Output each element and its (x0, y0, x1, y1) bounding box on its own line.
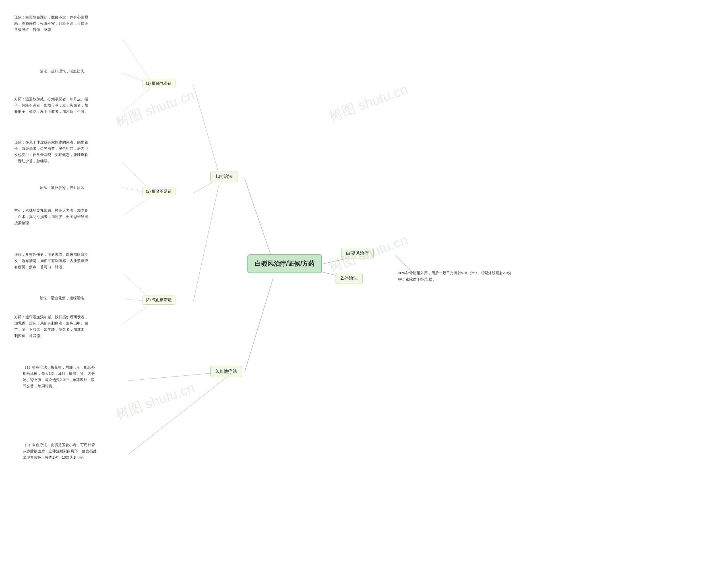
sub1-2-label: (2) 肝肾不足证 (146, 189, 172, 194)
sub1-3-label: (3) 气血瘀滞证 (146, 298, 172, 302)
svg-line-0 (244, 178, 273, 261)
t3-fang: 方药：通窍活血汤加减。跌打损伤后而发者， 加乳香、没药；局部有刺痛者，加灸山甲、… (14, 314, 88, 339)
sub-ganshenbuzu: (2) 肝肾不足证 (142, 187, 176, 196)
svg-line-3 (193, 85, 219, 174)
central-label: 白驳风治疗/证候/方药 (255, 260, 314, 267)
svg-line-11 (122, 197, 151, 216)
connection-lines (0, 0, 728, 582)
t3-zhifa: 治法：活血化瘀，通经活络。 (40, 295, 88, 301)
t3-zhenghou: 证候：多有外伤史，病史缠绵。白斑局限或泛 发，边界清楚，局部可有刺痛感；舌质紫暗… (14, 251, 88, 270)
branch-waizhi: 2.外治法 (336, 273, 363, 284)
svg-line-9 (122, 162, 151, 191)
svg-line-14 (122, 304, 151, 324)
watermark-4: 树图 shutu.cn (113, 379, 197, 424)
svg-line-12 (122, 273, 151, 299)
t1-zhifa: 治法：疏肝理气，活血祛风。 (40, 68, 88, 75)
sub1-1-label: (1) 肝郁气滞证 (146, 81, 172, 86)
sub-qixueyuzhi: (3) 气血瘀滞证 (142, 296, 176, 305)
watermark-2: 树图 shutu.cn (327, 80, 410, 126)
t-sub3-2: （2）自血疗法：皮损范围较小者，可用针管 从静脉抽血后，立即注射到白斑下，使皮损… (23, 442, 97, 461)
branch-right1: 白驳风治疗 (341, 248, 374, 259)
svg-line-7 (122, 38, 151, 81)
svg-line-5 (193, 184, 219, 301)
t2-zhenghou: 证候：多见于体虚或有家族史的患者。病史较 长，白斑局限，边界清楚，脱色明显，斑内… (14, 139, 88, 164)
right1-label: 白驳风治疗 (346, 251, 369, 255)
t1-fang: 方药：逍遥散加减。心烦易怒者，加丹皮、栀 子；月经不调者，加益母草；发于头面者，… (14, 96, 88, 115)
sub-ganyuqizhi: (1) 肝郁气滞证 (142, 79, 176, 88)
t2-zhifa: 治法：滋补肝肾，养血祛风。 (40, 185, 88, 191)
svg-line-2 (244, 278, 273, 372)
mindmap-container: 树图 shutu.cn 树图 shutu.cn 树图 shutu.cn 树图 s… (0, 0, 728, 582)
svg-line-16 (128, 377, 228, 455)
external-text: 30%补骨脂酊外用，用后一般日光照射5-10 分钟，或紫外线照射2-3分钟；密陀… (398, 271, 512, 281)
t1-zhenghou: 证候：白斑散在渐起，数目不定；伴有心烦易 怒，胸胁胀痛，夜眠不安，月经不调；舌质… (14, 14, 88, 33)
central-node: 白驳风治疗/证候/方药 (248, 254, 322, 273)
t2-fang: 方药：六味地黄丸加减。神疲乏力者，加党参 、白术；真阴亏损者，加阿胶。树图思维导… (14, 207, 88, 226)
branch-qita: 3.其他疗法 (210, 366, 242, 377)
branch3-label: 3.其他疗法 (215, 369, 237, 374)
branch2-label: 2.外治法 (340, 276, 358, 280)
t-sub3-1: （1）针灸疗法：梅花针，局部叩刺，配合外 用药涂擦，每天1次；耳针，取肺、肾、内… (23, 364, 95, 389)
external-treatment-text: 30%补骨脂酊外用，用后一般日光照射5-10 分钟，或紫外线照射2-3分钟；密陀… (398, 270, 518, 282)
watermark-1: 树图 shutu.cn (113, 86, 197, 131)
svg-line-8 (122, 87, 151, 112)
branch-neizhi: 1.内治法 (210, 171, 237, 182)
branch1-label: 1.内治法 (215, 174, 233, 179)
